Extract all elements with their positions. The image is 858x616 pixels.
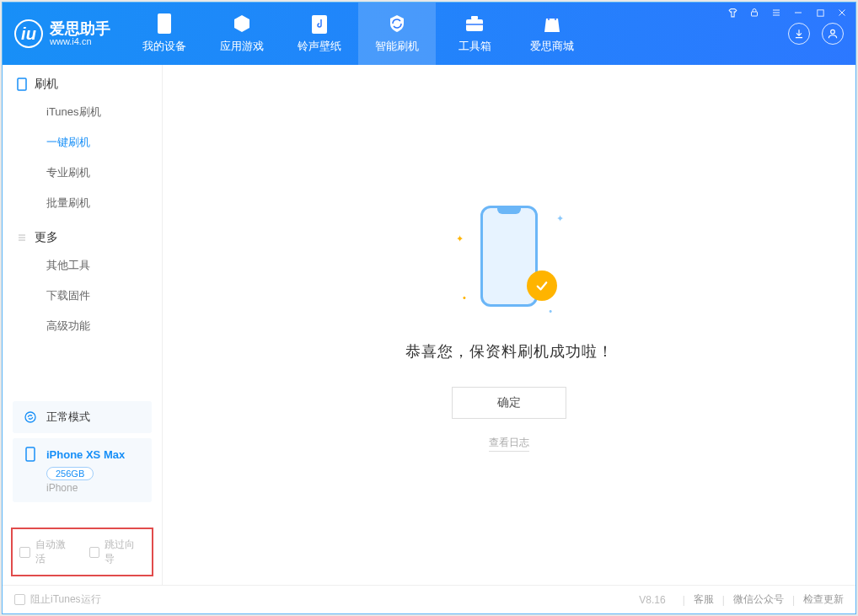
- nav-tab-flash[interactable]: 智能刷机: [358, 3, 436, 65]
- mode-card[interactable]: 正常模式: [13, 401, 152, 433]
- success-title: 恭喜您，保资料刷机成功啦！: [405, 341, 614, 362]
- close-icon[interactable]: [835, 6, 849, 19]
- lock-icon[interactable]: [748, 6, 761, 19]
- logo-icon: iu: [14, 19, 43, 48]
- nav-label: 我的设备: [142, 39, 186, 54]
- mode-icon: [23, 410, 38, 425]
- checkbox-icon: [89, 547, 100, 558]
- footer-right: V8.16 | 客服 | 微信公众号 | 检查更新: [639, 592, 844, 607]
- version-label: V8.16: [639, 594, 665, 606]
- checkbox-label: 自动激活: [35, 538, 76, 566]
- ok-button[interactable]: 确定: [452, 387, 566, 419]
- nav-tabs: 我的设备 应用游戏 铃声壁纸 智能刷机 工具箱 爱思商城: [126, 3, 591, 65]
- device-name: iPhone XS Max: [46, 448, 125, 461]
- app-icon: [232, 13, 252, 34]
- download-icon[interactable]: [788, 23, 810, 45]
- nav-tab-apps[interactable]: 应用游戏: [203, 3, 281, 65]
- svg-rect-10: [466, 19, 483, 31]
- checkbox-auto-activate[interactable]: 自动激活: [19, 538, 76, 566]
- svg-rect-0: [752, 12, 758, 16]
- sidebar-item-oneclick-flash[interactable]: 一键刷机: [3, 127, 162, 158]
- view-log-link[interactable]: 查看日志: [489, 436, 529, 452]
- sidebar-section-title: 刷机: [35, 77, 58, 92]
- main-content: ✦ ✦ • • 恭喜您，保资料刷机成功啦！ 确定 查看日志: [163, 65, 855, 585]
- check-badge-icon: [527, 271, 557, 301]
- sidebar-section-more: 更多: [3, 218, 162, 250]
- svg-rect-14: [18, 78, 26, 90]
- nav-tab-ringtone[interactable]: 铃声壁纸: [281, 3, 358, 65]
- toolbox-icon: [464, 13, 485, 34]
- nav-tab-toolbox[interactable]: 工具箱: [436, 3, 513, 65]
- nav-label: 应用游戏: [220, 39, 264, 54]
- user-icon[interactable]: [822, 23, 844, 45]
- footer-link-wechat[interactable]: 微信公众号: [733, 592, 784, 607]
- checkbox-icon: [19, 547, 30, 558]
- nav-label: 爱思商城: [530, 39, 574, 54]
- svg-rect-11: [471, 16, 478, 19]
- device-storage-badge: 256GB: [46, 467, 94, 480]
- checkbox-skip-guide[interactable]: 跳过向导: [89, 538, 146, 566]
- sidebar: 刷机 iTunes刷机 一键刷机 专业刷机 批量刷机 更多 其他工具 下载固件 …: [3, 65, 163, 585]
- svg-rect-5: [817, 9, 823, 15]
- header-bar: iu 爱思助手 www.i4.cn 我的设备 应用游戏 铃声壁纸 智能刷机: [3, 3, 855, 65]
- svg-rect-8: [158, 13, 171, 34]
- nav-label: 铃声壁纸: [298, 39, 341, 54]
- logo-url: www.i4.cn: [50, 36, 110, 46]
- sparkle-icon: ✦: [556, 213, 564, 224]
- app-window: iu 爱思助手 www.i4.cn 我的设备 应用游戏 铃声壁纸 智能刷机: [2, 2, 856, 614]
- nav-label: 智能刷机: [375, 39, 419, 54]
- maximize-icon[interactable]: [813, 6, 827, 19]
- checkbox-stop-itunes[interactable]: 阻止iTunes运行: [14, 592, 101, 607]
- sidebar-item-other-tools[interactable]: 其他工具: [3, 250, 162, 281]
- sparkle-icon: ✦: [456, 233, 464, 244]
- checkbox-label: 阻止iTunes运行: [30, 592, 101, 607]
- device-type: iPhone: [46, 482, 142, 494]
- device-icon: [154, 13, 174, 34]
- sidebar-item-itunes-flash[interactable]: iTunes刷机: [3, 97, 162, 127]
- footer-link-support[interactable]: 客服: [694, 592, 714, 607]
- sidebar-section-title: 更多: [35, 230, 58, 245]
- sidebar-item-batch-flash[interactable]: 批量刷机: [3, 188, 162, 218]
- flash-icon: [387, 13, 407, 34]
- sidebar-item-pro-flash[interactable]: 专业刷机: [3, 158, 162, 188]
- highlight-options: 自动激活 跳过向导: [11, 528, 153, 576]
- body: 刷机 iTunes刷机 一键刷机 专业刷机 批量刷机 更多 其他工具 下载固件 …: [3, 65, 855, 585]
- logo-title: 爱思助手: [50, 21, 110, 36]
- phone-outline-icon: [16, 78, 28, 90]
- sidebar-section-flash: 刷机: [3, 65, 162, 97]
- store-icon: [542, 13, 562, 34]
- nav-label: 工具箱: [458, 39, 491, 54]
- svg-point-13: [831, 29, 835, 34]
- sidebar-item-advanced[interactable]: 高级功能: [3, 311, 162, 341]
- window-controls: [726, 6, 849, 19]
- device-small-icon: [23, 447, 38, 462]
- minimize-icon[interactable]: [791, 6, 805, 19]
- sidebar-item-download-firmware[interactable]: 下载固件: [3, 281, 162, 311]
- mode-label: 正常模式: [46, 410, 90, 425]
- nav-tab-store[interactable]: 爱思商城: [513, 3, 591, 65]
- list-icon: [16, 232, 28, 244]
- sparkle-icon: •: [549, 306, 552, 316]
- device-card[interactable]: iPhone XS Max 256GB iPhone: [13, 438, 152, 502]
- checkbox-label: 跳过向导: [105, 538, 145, 566]
- footer-bar: 阻止iTunes运行 V8.16 | 客服 | 微信公众号 | 检查更新: [3, 585, 855, 613]
- logo[interactable]: iu 爱思助手 www.i4.cn: [3, 3, 126, 65]
- sparkle-icon: •: [463, 292, 466, 303]
- music-icon: [309, 13, 330, 34]
- svg-rect-9: [312, 15, 327, 34]
- footer-link-update[interactable]: 检查更新: [803, 592, 844, 607]
- shirt-icon[interactable]: [726, 6, 739, 19]
- svg-point-18: [25, 412, 35, 422]
- menu-icon[interactable]: [770, 6, 783, 19]
- checkbox-icon: [14, 594, 25, 605]
- svg-rect-19: [26, 447, 35, 461]
- nav-tab-device[interactable]: 我的设备: [126, 3, 203, 65]
- success-illustration: ✦ ✦ • •: [446, 198, 572, 324]
